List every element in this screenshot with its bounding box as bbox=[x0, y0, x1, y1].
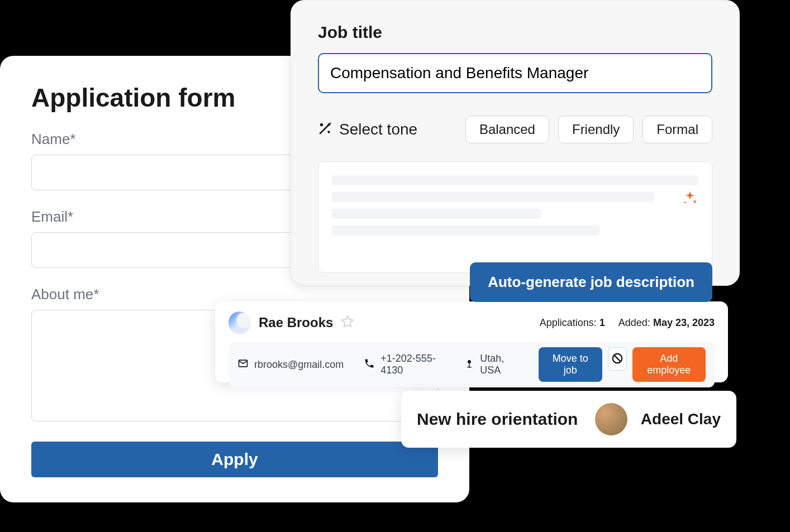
orientation-person-name: Adeel Clay bbox=[641, 410, 721, 428]
applications-value: 1 bbox=[599, 317, 605, 328]
skeleton-line bbox=[332, 209, 541, 219]
candidate-details-row: rbrooks@gmail.com +1-202-555-4130 Utah, … bbox=[229, 342, 715, 387]
envelope-icon bbox=[237, 358, 249, 372]
add-employee-button[interactable]: Add employee bbox=[632, 347, 706, 382]
candidate-email: rbrooks@gmail.com bbox=[237, 358, 344, 372]
about-label: About me* bbox=[31, 286, 438, 303]
candidate-avatar bbox=[229, 311, 251, 334]
pin-icon bbox=[464, 358, 474, 372]
candidate-header: Rae Brooks Applications: 1 Added: May 23… bbox=[229, 311, 715, 334]
job-title-label: Job title bbox=[318, 23, 712, 42]
candidate-actions: Move to job Add employee bbox=[539, 347, 706, 382]
auto-generate-button[interactable]: Auto-generate job description bbox=[470, 262, 712, 302]
candidate-location: Utah, USA bbox=[464, 353, 518, 376]
tone-friendly-button[interactable]: Friendly bbox=[558, 116, 634, 143]
svg-line-8 bbox=[614, 355, 621, 362]
svg-point-0 bbox=[328, 124, 329, 125]
sparkle-icon bbox=[682, 190, 698, 209]
job-title-input[interactable] bbox=[318, 53, 712, 93]
applications-label: Applications: bbox=[540, 317, 597, 328]
block-icon bbox=[611, 352, 624, 366]
svg-rect-6 bbox=[468, 367, 472, 368]
block-button[interactable] bbox=[608, 347, 627, 371]
phone-icon bbox=[364, 358, 375, 372]
added-label: Added: bbox=[618, 317, 650, 328]
select-tone-label: Select tone bbox=[339, 121, 417, 138]
svg-point-1 bbox=[321, 124, 322, 126]
magic-wand-icon bbox=[318, 121, 332, 138]
move-to-job-button[interactable]: Move to job bbox=[539, 347, 602, 382]
job-description-card: Job title Select tone Balanced Friendly … bbox=[291, 0, 740, 286]
orientation-card: New hire orientation Adeel Clay bbox=[401, 391, 736, 448]
person-avatar bbox=[595, 403, 627, 435]
job-description-area bbox=[318, 161, 712, 273]
candidate-meta: Applications: 1 Added: May 23, 2023 bbox=[540, 317, 715, 329]
candidate-phone: +1-202-555-4130 bbox=[364, 353, 444, 376]
svg-marker-3 bbox=[342, 316, 353, 327]
candidate-card: Rae Brooks Applications: 1 Added: May 23… bbox=[215, 301, 728, 382]
orientation-title: New hire orientation bbox=[417, 410, 582, 429]
tone-balanced-button[interactable]: Balanced bbox=[465, 116, 549, 143]
svg-rect-5 bbox=[469, 363, 470, 367]
svg-point-4 bbox=[468, 360, 471, 363]
skeleton-line bbox=[332, 175, 698, 185]
tone-formal-button[interactable]: Formal bbox=[643, 116, 712, 143]
apply-button[interactable]: Apply bbox=[31, 442, 438, 477]
skeleton-line bbox=[332, 226, 599, 236]
svg-point-2 bbox=[328, 131, 329, 132]
star-icon[interactable] bbox=[341, 315, 354, 330]
skeleton-line bbox=[332, 192, 654, 202]
candidate-name: Rae Brooks bbox=[259, 315, 333, 330]
added-value: May 23, 2023 bbox=[653, 317, 715, 328]
tone-selector-row: Select tone Balanced Friendly Formal bbox=[318, 116, 712, 143]
